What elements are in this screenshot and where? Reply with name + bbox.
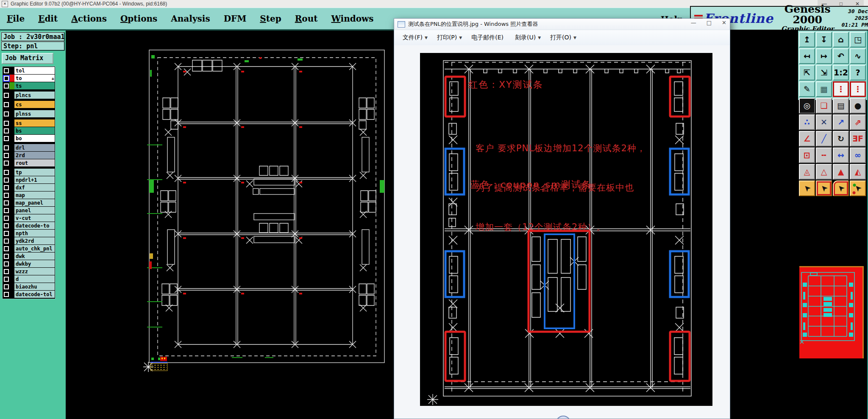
layer-row[interactable]: drl [3, 144, 55, 151]
photo-menu-item[interactable]: 文件(F)▼ [399, 32, 431, 43]
arrow-down-box-button[interactable]: ↧ [816, 32, 832, 47]
move-point-button[interactable]: ↗ [833, 114, 849, 130]
layer-color-swatch[interactable] [9, 207, 14, 214]
layer-visibility-checkbox[interactable] [3, 275, 9, 283]
layer-visibility-checkbox[interactable] [3, 159, 9, 166]
layer-color-swatch[interactable] [9, 119, 14, 127]
layer-row[interactable]: bs [3, 127, 55, 134]
mirror-ff-button[interactable]: ƎF [850, 131, 866, 147]
layer-row[interactable]: v-cut [3, 214, 55, 222]
layer-color-swatch[interactable] [9, 82, 14, 89]
layer-row[interactable]: bo [3, 135, 55, 142]
layer-row[interactable]: tol [3, 67, 55, 74]
menu-item[interactable]: DFM [224, 14, 247, 24]
triangle-1-button[interactable]: ◬ [799, 164, 815, 180]
overview-pane[interactable] [799, 266, 864, 358]
photo-menu-item[interactable]: 电子邮件(E) [468, 32, 509, 43]
grid-button[interactable]: ▦ [816, 81, 832, 97]
layer-row[interactable]: biaozhu [3, 283, 55, 290]
layer-color-swatch[interactable] [9, 275, 14, 283]
layer-color-swatch[interactable] [9, 237, 14, 244]
layer-color-swatch[interactable] [9, 135, 14, 142]
draw-tools-button[interactable]: ✎ [799, 81, 815, 97]
layer-row[interactable]: cs [3, 101, 55, 108]
layer-row[interactable]: dxf [3, 184, 55, 191]
layer-visibility-checkbox[interactable] [3, 82, 9, 89]
layer-visibility-checkbox[interactable] [3, 67, 9, 74]
layer-color-swatch[interactable] [9, 253, 14, 260]
layer-visibility-checkbox[interactable] [3, 127, 9, 134]
layer-row[interactable]: map_panel [3, 199, 55, 206]
layer-color-swatch[interactable] [9, 191, 14, 199]
layer-visibility-checkbox[interactable] [3, 230, 9, 237]
pointer-button[interactable]: ➤ [799, 180, 815, 196]
rotate-button[interactable]: ↻ [833, 131, 849, 147]
layer-visibility-checkbox[interactable] [3, 144, 9, 151]
layer-color-swatch[interactable] [9, 144, 14, 151]
layer-visibility-checkbox[interactable] [3, 184, 9, 191]
layer-color-swatch[interactable] [9, 222, 14, 229]
layer-visibility-checkbox[interactable] [3, 75, 9, 82]
ruler-button[interactable]: ▤ [833, 98, 849, 114]
pan-right-button[interactable]: ↦ [816, 48, 832, 64]
menu-item[interactable]: Analysis [171, 14, 210, 24]
net-dots-button[interactable]: ∴ [799, 114, 815, 130]
pan-left-button[interactable]: ↤ [799, 48, 815, 64]
triangle-2-button[interactable]: △ [816, 164, 832, 180]
photo-viewer-titlebar[interactable]: 测试条在PNL的位置说明.jpg - Windows 照片查看器 — □ ✕ [394, 19, 730, 30]
layer-color-swatch[interactable] [9, 159, 14, 166]
layer-visibility-checkbox[interactable] [3, 283, 9, 290]
layer-color-swatch[interactable] [9, 152, 14, 159]
layer-color-swatch[interactable] [9, 291, 14, 298]
undo-view-button[interactable]: ↶ [833, 48, 849, 64]
home-view-button[interactable]: ⌂ [833, 32, 849, 47]
layer-row[interactable]: ss [3, 119, 55, 127]
pad-select-button[interactable]: ● [850, 98, 866, 114]
menu-item[interactable]: Rout [295, 14, 318, 24]
angle-button[interactable]: ∠ [799, 131, 815, 147]
layer-visibility-checkbox[interactable] [3, 260, 9, 267]
triangle-3-button[interactable]: ▲ [833, 164, 849, 180]
photo-close-button[interactable]: ✕ [722, 19, 726, 26]
layer-row[interactable]: plncs [3, 92, 55, 99]
photo-minimize-button[interactable]: — [691, 19, 696, 26]
job-matrix-button[interactable]: Job Matrix ... [2, 53, 53, 64]
layer-visibility-checkbox[interactable] [3, 237, 9, 244]
layer-row[interactable]: npdrl+1 [3, 176, 55, 183]
layer-color-swatch[interactable] [9, 92, 14, 99]
layer-visibility-checkbox[interactable] [3, 176, 9, 183]
layer-color-swatch[interactable] [9, 283, 14, 290]
expand-view-button[interactable]: ⇱ [799, 65, 815, 80]
layer-color-swatch[interactable] [9, 199, 14, 206]
layer-visibility-checkbox[interactable] [3, 119, 9, 127]
layer-visibility-checkbox[interactable] [3, 92, 9, 99]
layer-row[interactable]: npth [3, 230, 55, 237]
layer-row[interactable]: datecode-to [3, 222, 55, 229]
layer-visibility-checkbox[interactable] [3, 191, 9, 199]
layer-row[interactable]: wzzz [3, 268, 55, 275]
layer-color-swatch[interactable] [9, 184, 14, 191]
zoom-1-2-button[interactable]: 1:2 [833, 65, 849, 80]
slant-line-button[interactable]: ╱ [816, 131, 832, 147]
layer-color-swatch[interactable] [9, 75, 14, 82]
s-line-button[interactable]: ∿ [850, 48, 866, 64]
copy-circle-button[interactable]: ◎ [799, 98, 815, 114]
window-xy-button[interactable]: ◳ [850, 32, 866, 47]
menu-item[interactable]: Windows [331, 14, 373, 24]
layer-color-swatch[interactable] [9, 67, 14, 74]
arrow-up-box-button[interactable]: ↥ [799, 32, 815, 47]
layer-row[interactable]: ts [3, 82, 55, 89]
pointer-frame-button[interactable]: ➤ [816, 180, 832, 196]
copy-pad-button[interactable]: ⊡ [799, 147, 815, 163]
layer-color-swatch[interactable] [9, 110, 14, 117]
layer-row[interactable]: auto_chk_pnl [3, 245, 55, 252]
photo-menu-item[interactable]: 打印(P)▼ [434, 32, 465, 43]
delete-x-button[interactable]: ✕ [816, 114, 832, 130]
layer-row[interactable]: dwk [3, 253, 55, 260]
layer-visibility-checkbox[interactable] [3, 268, 9, 275]
layer-visibility-checkbox[interactable] [3, 110, 9, 117]
layer-visibility-checkbox[interactable] [3, 152, 9, 159]
layer-color-swatch[interactable] [9, 245, 14, 252]
layer-color-swatch[interactable] [9, 268, 14, 275]
menu-item[interactable]: Options [120, 14, 157, 24]
